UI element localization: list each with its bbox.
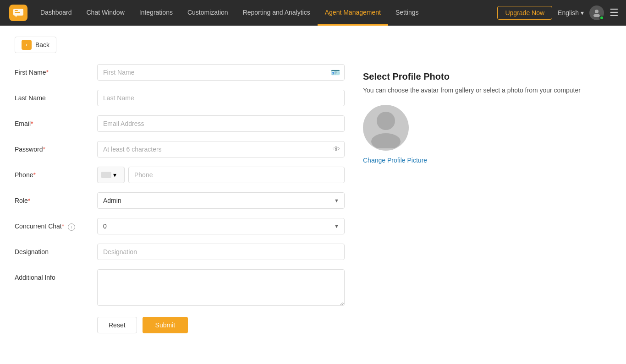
form-section: First Name* 🪪 Last Name Email* — [15, 64, 611, 333]
svg-point-7 — [371, 133, 401, 148]
form-right: Select Profile Photo You can choose the … — [363, 64, 611, 333]
language-label: English — [558, 9, 579, 16]
first-name-row: First Name* 🪪 — [15, 64, 345, 81]
concurrent-chat-row: Concurrent Chat* i 0 1 2 3 4 5 — [15, 218, 345, 234]
avatar[interactable] — [589, 5, 604, 20]
additional-info-textarea[interactable] — [97, 269, 345, 306]
phone-field: ▾ — [97, 167, 345, 183]
first-name-input[interactable] — [97, 64, 345, 81]
last-name-row: Last Name — [15, 90, 345, 106]
password-row: Password* 👁 — [15, 141, 345, 158]
email-row: Email* — [15, 115, 345, 132]
concurrent-required: * — [62, 223, 64, 230]
profile-photo-title: Select Profile Photo — [363, 71, 611, 82]
change-profile-picture-link[interactable]: Change Profile Picture — [363, 157, 427, 164]
phone-row-inner: ▾ — [97, 167, 345, 183]
role-label: Role* — [15, 192, 97, 204]
logo-icon — [9, 5, 27, 21]
flag-caret: ▾ — [113, 171, 116, 179]
email-label: Email* — [15, 115, 97, 127]
designation-input[interactable] — [97, 244, 345, 260]
sidebar-item-settings[interactable]: Settings — [388, 0, 426, 26]
sidebar-item-dashboard[interactable]: Dashboard — [33, 0, 79, 26]
online-indicator — [599, 16, 604, 20]
password-field: 👁 — [97, 141, 345, 158]
password-required: * — [43, 146, 45, 153]
last-name-label: Last Name — [15, 90, 97, 102]
svg-marker-3 — [15, 16, 17, 17]
menu-icon[interactable]: ☰ — [610, 7, 619, 19]
role-field: Admin Agent — [97, 192, 345, 209]
first-name-field: 🪪 — [97, 64, 345, 81]
email-input[interactable] — [97, 115, 345, 132]
nav-right: Upgrade Now English ▾ ☰ — [497, 5, 619, 20]
email-field — [97, 115, 345, 132]
id-card-icon: 🪪 — [331, 68, 340, 77]
role-row: Role* Admin Agent — [15, 192, 345, 209]
last-name-field — [97, 90, 345, 106]
designation-label: Designation — [15, 244, 97, 255]
sidebar-item-integrations[interactable]: Integrations — [132, 0, 180, 26]
designation-row: Designation — [15, 244, 345, 260]
avatar-preview — [363, 105, 409, 151]
upgrade-button[interactable]: Upgrade Now — [497, 6, 552, 20]
navbar: Dashboard Chat Window Integrations Custo… — [0, 0, 626, 26]
profile-section: Select Profile Photo You can choose the … — [363, 68, 611, 168]
phone-required: * — [33, 171, 35, 179]
phone-input[interactable] — [128, 167, 345, 183]
back-label: Back — [35, 41, 49, 49]
email-required: * — [31, 120, 33, 127]
sidebar-item-reporting[interactable]: Reporting and Analytics — [236, 0, 318, 26]
svg-point-6 — [377, 112, 395, 130]
concurrent-chat-field: 0 1 2 3 4 5 — [97, 218, 345, 234]
submit-button[interactable]: Submit — [143, 317, 188, 333]
phone-label: Phone* — [15, 167, 97, 179]
role-required: * — [28, 197, 30, 204]
nav-links: Dashboard Chat Window Integrations Custo… — [33, 0, 497, 26]
additional-info-label: Additional Info — [15, 269, 97, 281]
first-name-required: * — [46, 69, 48, 76]
avatar-silhouette — [363, 105, 409, 151]
svg-point-5 — [593, 14, 600, 17]
info-icon[interactable]: i — [68, 223, 75, 231]
country-code-selector[interactable]: ▾ — [97, 167, 125, 183]
sidebar-item-customization[interactable]: Customization — [180, 0, 236, 26]
profile-photo-desc: You can choose the avatar from gallery o… — [363, 87, 611, 94]
back-arrow-icon: ‹ — [22, 40, 32, 50]
chevron-down-icon: ▾ — [581, 9, 584, 16]
password-input[interactable] — [97, 141, 345, 158]
back-button[interactable]: ‹ Back — [15, 37, 56, 53]
additional-info-row: Additional Info — [15, 269, 345, 308]
last-name-input[interactable] — [97, 90, 345, 106]
svg-rect-1 — [15, 10, 18, 11]
eye-icon: 👁 — [333, 145, 340, 153]
designation-field — [97, 244, 345, 260]
sidebar-item-chat-window[interactable]: Chat Window — [79, 0, 132, 26]
role-select[interactable]: Admin Agent — [97, 192, 345, 209]
additional-info-field — [97, 269, 345, 308]
svg-point-4 — [595, 10, 599, 13]
sidebar-item-agent-management[interactable]: Agent Management — [318, 0, 388, 26]
concurrent-chat-label: Concurrent Chat* i — [15, 218, 97, 231]
concurrent-chat-select[interactable]: 0 1 2 3 4 5 — [97, 218, 345, 234]
phone-row: Phone* ▾ — [15, 167, 345, 183]
svg-rect-2 — [15, 12, 20, 13]
language-selector[interactable]: English ▾ — [558, 9, 584, 16]
reset-button[interactable]: Reset — [97, 317, 137, 333]
logo[interactable] — [7, 2, 29, 24]
form-left: First Name* 🪪 Last Name Email* — [15, 64, 345, 333]
form-buttons: Reset Submit — [15, 317, 345, 333]
first-name-label: First Name* — [15, 64, 97, 76]
main-content: ‹ Back First Name* 🪪 Last Name — [0, 26, 626, 364]
password-label: Password* — [15, 141, 97, 153]
flag-icon — [101, 172, 111, 178]
